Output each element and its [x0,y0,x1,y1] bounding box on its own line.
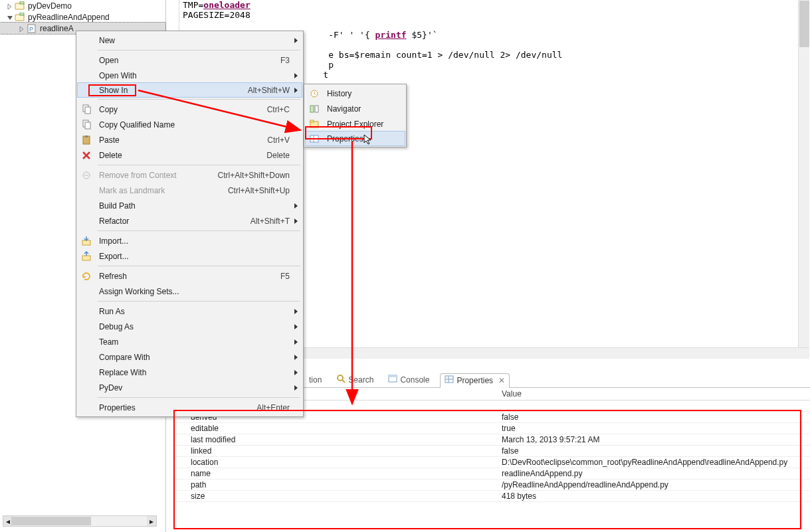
property-key: location [172,457,498,468]
close-icon[interactable]: ✕ [498,376,505,385]
svg-rect-14 [85,107,90,114]
svg-rect-26 [310,106,314,112]
menu-item-build-path[interactable]: Build Path [78,198,302,213]
tab-label: Search [348,375,373,385]
search-icon [336,374,346,385]
delete-icon [78,150,95,161]
menu-item-show-in[interactable]: Show InAlt+Shift+W [77,82,302,98]
menu-label: PyDev [95,383,302,393]
menu-label: Show In [95,86,248,95]
menu-item-export[interactable]: Export... [78,248,302,264]
submenu-label: Project Explorer [323,120,405,129]
tree-item[interactable]: pyDevDemo [0,0,165,11]
menu-separator [98,301,300,302]
editor-vertical-scrollbar[interactable] [798,0,809,348]
menu-item-debug-as[interactable]: Debug As [78,319,302,334]
submenu-item-project-explorer[interactable]: Project Explorer [306,116,405,132]
table-row[interactable]: linkedfalse [172,446,810,457]
scrollbar-thumb[interactable] [799,1,809,47]
scroll-right-arrow-icon[interactable]: ▸ [147,516,156,526]
menu-item-remove-from-context: Remove from ContextCtrl+Alt+Shift+Down [78,167,302,183]
property-key: editable [172,423,498,434]
scrollbar-thumb[interactable] [11,517,91,525]
menu-item-pydev[interactable]: PyDev [78,380,302,395]
menu-item-team[interactable]: Team [78,334,302,349]
expand-arrow-icon[interactable] [19,25,25,32]
menu-item-copy-qualified-name[interactable]: Copy Qualified Name [78,117,302,132]
menu-item-assign-working-sets[interactable]: Assign Working Sets... [78,284,302,299]
svg-rect-1 [20,1,24,4]
menu-label: New [95,36,302,45]
submenu-item-history[interactable]: History [306,86,405,101]
table-row[interactable]: size418 bytes [172,491,810,502]
menu-item-import[interactable]: Import... [78,233,302,248]
collapse-arrow-icon[interactable] [7,14,13,21]
table-row[interactable]: locationD:\DevRoot\eclipse\common_root\p… [172,457,810,468]
menu-shortcut: F3 [280,56,302,65]
console-icon [388,374,397,385]
property-value: true [498,423,810,434]
menu-item-replace-with[interactable]: Replace With [78,365,302,380]
python-file-icon: P [27,24,37,33]
menu-separator [98,266,300,266]
menu-label: Delete [95,151,266,160]
menu-item-open[interactable]: OpenF3 [78,52,302,68]
menu-item-refactor[interactable]: RefactorAlt+Shift+T [78,213,302,228]
property-key: name [172,468,498,480]
menu-label: Copy [95,105,267,114]
menu-item-properties[interactable]: PropertiesAlt+Enter [78,400,302,415]
submenu-arrow-icon [294,324,298,329]
menu-label: Run As [95,307,302,316]
menu-label: Mark as Landmark [95,186,228,195]
project-icon [15,13,25,22]
table-row[interactable]: last modifiedMarch 13, 2013 9:57:21 AM [172,434,810,446]
menu-label: Refactor [95,217,251,226]
menu-item-delete[interactable]: DeleteDelete [78,147,302,163]
svg-rect-24 [82,256,90,260]
tab-partial[interactable]: tion [305,373,326,387]
table-row[interactable]: path/pyReadlineAndAppend/readlineAndAppe… [172,480,810,491]
property-value: March 13, 2013 9:57:21 AM [498,434,810,446]
submenu-arrow-icon [294,385,298,391]
history-icon [306,88,323,99]
refresh-icon [78,271,95,282]
menu-item-refresh[interactable]: RefreshF5 [78,268,302,284]
table-row[interactable]: editabletrue [172,423,810,434]
menu-shortcut: Ctrl+V [267,135,302,145]
property-value: false [498,446,810,457]
property-key: linked [172,446,498,457]
submenu-arrow-icon [294,219,298,224]
menu-item-mark-as-landmark: Mark as LandmarkCtrl+Alt+Shift+Up [78,183,302,198]
property-key: size [172,491,498,502]
submenu-item-properties[interactable]: Properties [305,131,405,146]
expand-arrow-icon[interactable] [7,3,13,9]
tab-properties[interactable]: Properties ✕ [440,373,510,388]
menu-item-compare-with[interactable]: Compare With [78,349,302,365]
tree-horizontal-scrollbar[interactable]: ◂ ▸ [3,515,157,527]
submenu-item-navigator[interactable]: Navigator [306,101,405,116]
submenu-arrow-icon [294,88,298,93]
menu-shortcut: Ctrl+Alt+Shift+Up [228,186,302,195]
properties-header-value[interactable]: Value [498,388,810,400]
submenu-label: History [323,89,405,98]
menu-label: Assign Working Sets... [95,287,302,296]
table-row[interactable]: namereadlineAndAppend.py [172,468,810,480]
menu-label: Properties [95,403,256,412]
menu-item-run-as[interactable]: Run As [78,304,302,319]
menu-shortcut: Ctrl+Alt+Shift+Down [218,171,302,180]
menu-item-open-with[interactable]: Open With [78,68,302,83]
property-value: false [498,412,810,423]
copy-icon [78,104,95,115]
menu-item-copy[interactable]: CopyCtrl+C [78,102,302,117]
svg-rect-27 [315,106,318,112]
tab-search[interactable]: Search [332,373,377,387]
menu-item-paste[interactable]: PasteCtrl+V [78,132,302,147]
tab-console[interactable]: Console [384,373,433,387]
tree-item[interactable]: pyReadlineAndAppend [0,11,165,23]
menu-separator [98,165,300,165]
menu-item-new[interactable]: New [78,33,302,48]
svg-rect-9 [389,375,397,377]
properties-tab-icon [445,375,454,386]
menu-label: Replace With [95,368,302,377]
submenu-arrow-icon [294,203,298,209]
